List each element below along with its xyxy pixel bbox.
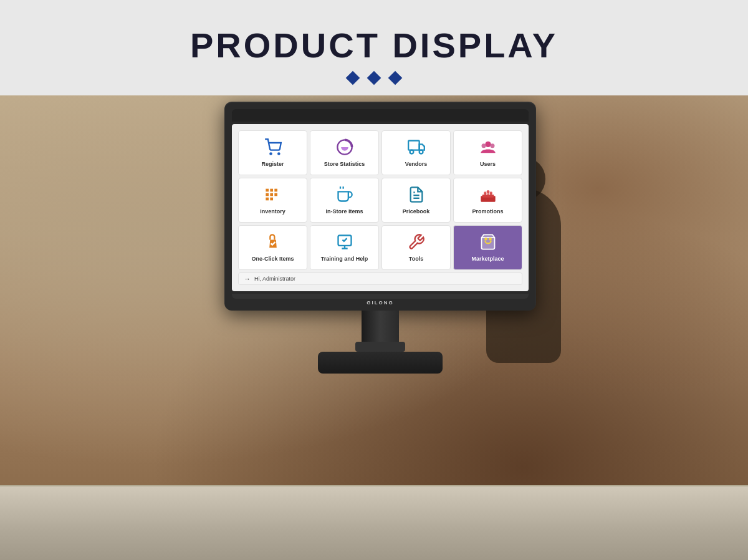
page-title: PRODUCT DISPLAY [0, 25, 748, 65]
app-tile-users[interactable]: Users [453, 130, 522, 175]
svg-rect-16 [270, 197, 273, 200]
stand-base [318, 352, 443, 374]
monitor-outer: RegisterStore StatisticsVendorsUsersInve… [224, 102, 536, 311]
photo-section: RegisterStore StatisticsVendorsUsersInve… [0, 95, 748, 560]
svg-rect-22 [482, 195, 494, 198]
status-icon: → [244, 275, 251, 282]
status-bar: → Hi, Administrator [238, 273, 522, 285]
svg-rect-10 [270, 188, 273, 191]
pricebook-icon [408, 186, 425, 206]
app-tile-store-statistics[interactable]: Store Statistics [310, 130, 379, 175]
decorative-diamonds [0, 73, 748, 83]
svg-point-6 [485, 141, 491, 147]
monitor-top-bar [232, 109, 529, 122]
svg-point-31 [484, 238, 487, 241]
svg-rect-3 [408, 140, 420, 150]
app-tile-promotions[interactable]: Promotions [453, 178, 522, 223]
inventory-label: Inventory [260, 208, 285, 215]
svg-point-32 [489, 238, 492, 241]
svg-rect-9 [266, 188, 269, 191]
svg-rect-11 [274, 188, 277, 191]
register-label: Register [261, 161, 284, 168]
users-label: Users [480, 161, 496, 168]
app-tile-marketplace[interactable]: Marketplace [453, 225, 522, 270]
marketplace-icon [479, 233, 497, 253]
inventory-icon [264, 186, 282, 206]
promotions-icon [479, 186, 497, 206]
in-store-items-icon [336, 186, 353, 206]
app-grid: RegisterStore StatisticsVendorsUsersInve… [238, 130, 522, 270]
users-icon [479, 138, 497, 158]
app-tile-inventory[interactable]: Inventory [238, 178, 307, 223]
training-and-help-label: Training and Help [321, 256, 368, 263]
store-statistics-icon [336, 138, 353, 158]
app-tile-in-store-items[interactable]: In-Store Items [310, 178, 379, 223]
in-store-items-label: In-Store Items [325, 208, 363, 215]
diamond-1 [346, 71, 360, 85]
brand-label: GILONG [232, 300, 529, 306]
app-tile-vendors[interactable]: Vendors [381, 130, 451, 175]
training-and-help-icon [336, 233, 353, 253]
screen: RegisterStore StatisticsVendorsUsersInve… [232, 124, 529, 291]
diamond-3 [388, 71, 403, 85]
one-click-items-label: One-Click Items [251, 256, 294, 263]
svg-point-0 [270, 153, 271, 154]
svg-rect-14 [274, 193, 277, 196]
tools-icon [408, 233, 425, 253]
stand-neck [362, 311, 399, 342]
svg-point-7 [481, 143, 486, 148]
monitor-bottom-bar [232, 294, 529, 299]
tools-label: Tools [409, 256, 423, 263]
svg-point-5 [419, 150, 423, 153]
promotions-label: Promotions [472, 208, 503, 215]
app-tile-one-click-items[interactable]: One-Click Items [238, 225, 307, 270]
vendors-label: Vendors [405, 161, 428, 168]
status-text: Hi, Administrator [254, 276, 295, 282]
svg-point-4 [410, 150, 413, 153]
app-tile-tools[interactable]: Tools [381, 225, 451, 270]
register-icon [264, 138, 282, 158]
vendors-icon [408, 138, 425, 158]
svg-point-1 [278, 153, 279, 154]
store-statistics-label: Store Statistics [324, 161, 365, 168]
pos-terminal: RegisterStore StatisticsVendorsUsersInve… [224, 102, 536, 560]
app-tile-training-and-help[interactable]: Training and Help [310, 225, 379, 270]
svg-point-8 [490, 143, 494, 148]
header-section: PRODUCT DISPLAY [0, 0, 748, 95]
svg-rect-12 [266, 193, 269, 196]
svg-rect-15 [266, 197, 269, 200]
stand-hinge [355, 342, 405, 352]
pricebook-label: Pricebook [403, 208, 430, 215]
page-wrapper: PRODUCT DISPLAY RegisterStore [0, 0, 748, 560]
svg-rect-13 [270, 193, 273, 196]
one-click-items-icon [264, 233, 282, 253]
marketplace-label: Marketplace [471, 256, 504, 263]
diamond-2 [367, 71, 381, 85]
app-tile-register[interactable]: Register [238, 130, 307, 175]
app-tile-pricebook[interactable]: Pricebook [381, 178, 451, 223]
